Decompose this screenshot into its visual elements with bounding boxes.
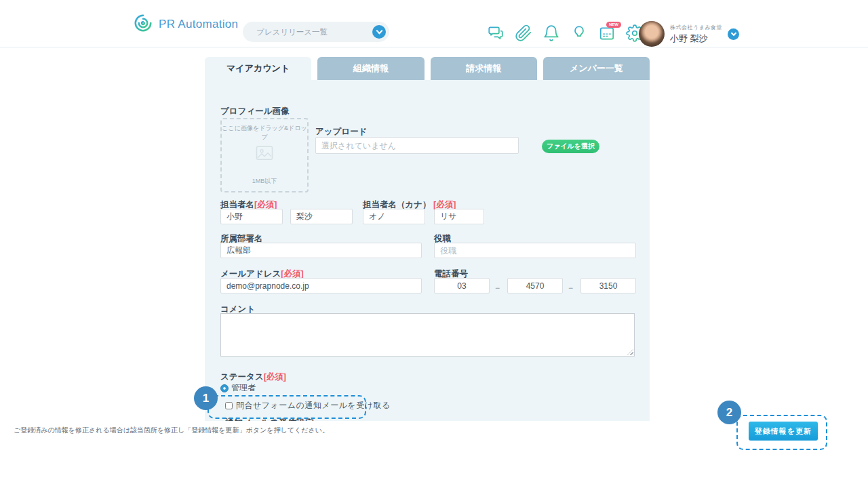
phone-separator: − xyxy=(495,283,500,293)
user-name: 小野 梨沙 xyxy=(670,33,708,45)
chevron-down-icon[interactable] xyxy=(372,25,386,39)
logo-text: PR Automation xyxy=(159,18,238,31)
choose-file-button[interactable]: ファイルを選択 xyxy=(542,140,599,153)
user-menu[interactable]: 株式会社うまみ食堂 小野 梨沙 xyxy=(639,21,739,47)
status-required-badge: [必須] xyxy=(264,372,286,382)
top-header: PR Automation プレスリリース一覧 xyxy=(0,0,868,47)
annotation-step-1-box xyxy=(208,395,366,419)
email-required-badge: [必須] xyxy=(281,269,303,279)
annotation-step-2-badge: 2 xyxy=(717,401,741,424)
lightbulb-icon[interactable] xyxy=(570,24,588,42)
admin-radio-label[interactable]: 管理者 xyxy=(231,382,256,394)
calendar-icon[interactable]: NEW xyxy=(598,24,616,42)
app-root: PR Automation プレスリリース一覧 xyxy=(0,0,868,488)
user-chevron-down-icon[interactable] xyxy=(728,28,739,40)
logo-swirl-icon xyxy=(133,13,153,36)
dropzone-hint: ここに画像をドラッグ&ドロップ xyxy=(222,124,307,142)
comment-textarea[interactable] xyxy=(220,313,635,357)
dropzone-size-limit: 1MB以下 xyxy=(222,177,307,186)
file-name-input[interactable] xyxy=(315,137,519,154)
phone-separator: − xyxy=(568,283,573,293)
tab-members[interactable]: メンバー一覧 xyxy=(543,57,650,80)
phone-part2-input[interactable] xyxy=(507,278,563,293)
profile-image-label: プロフィール画像 xyxy=(220,106,289,117)
upload-label: アップロード xyxy=(315,126,367,138)
calendar-new-badge: NEW xyxy=(606,22,621,28)
tab-my-account[interactable]: マイアカウント xyxy=(205,57,311,80)
phone-part1-input[interactable] xyxy=(434,278,490,293)
image-placeholder-icon xyxy=(256,146,273,163)
name-required-badge: [必須] xyxy=(254,200,277,209)
first-name-input[interactable] xyxy=(290,209,353,224)
update-registration-button[interactable]: 登録情報を更新 xyxy=(749,422,818,441)
my-account-form: プロフィール画像 ここに画像をドラッグ&ドロップ 1MB以下 アップロード ファ… xyxy=(205,80,650,421)
last-name-kana-input[interactable] xyxy=(363,209,425,224)
paperclip-icon[interactable] xyxy=(515,24,532,42)
tab-billing[interactable]: 請求情報 xyxy=(431,57,537,80)
image-dropzone[interactable]: ここに画像をドラッグ&ドロップ 1MB以下 xyxy=(220,118,309,192)
user-avatar[interactable] xyxy=(639,21,665,47)
header-icon-row: NEW xyxy=(487,24,644,42)
bell-icon[interactable] xyxy=(542,24,560,42)
account-settings-panel: マイアカウント 組織情報 請求情報 メンバー一覧 プロフィール画像 ここに画像を… xyxy=(205,57,650,421)
first-name-kana-input[interactable] xyxy=(434,209,484,224)
page-nav-dropdown-label: プレスリリース一覧 xyxy=(243,27,372,37)
chat-icon[interactable] xyxy=(487,24,505,42)
admin-radio[interactable] xyxy=(220,384,229,392)
last-name-input[interactable] xyxy=(220,209,283,224)
tab-row: マイアカウント 組織情報 請求情報 メンバー一覧 xyxy=(205,57,650,80)
position-input[interactable] xyxy=(434,243,636,258)
email-input[interactable] xyxy=(220,278,422,293)
page-nav-dropdown[interactable]: プレスリリース一覧 xyxy=(243,22,389,42)
pr-automation-logo[interactable]: PR Automation xyxy=(133,13,238,36)
department-input[interactable] xyxy=(220,243,422,258)
phone-part3-input[interactable] xyxy=(580,278,636,293)
user-company-name: 株式会社うまみ食堂 xyxy=(670,24,722,31)
kana-required-badge: [必須] xyxy=(433,200,456,209)
status-radio-row: 管理者 xyxy=(220,382,256,394)
footer-instruction-note: ご登録済みの情報を修正される場合は該当箇所を修正し「登録情報を更新」ボタンを押し… xyxy=(14,426,329,435)
tab-organization[interactable]: 組織情報 xyxy=(317,57,424,80)
status-label: ステータス[必須] xyxy=(220,371,286,383)
annotation-step-1-badge: 1 xyxy=(194,386,218,410)
